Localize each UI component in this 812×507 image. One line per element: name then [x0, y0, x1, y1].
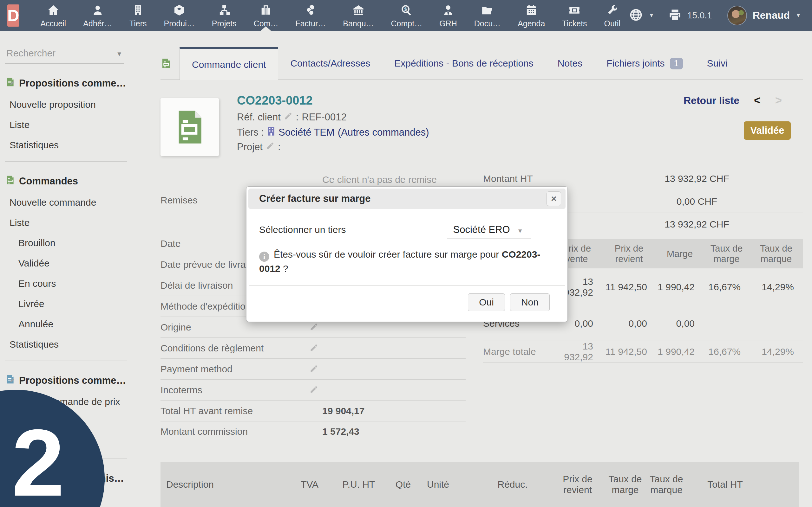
sidebar-item-commandes-statistiques[interactable]: Statistiques — [0, 339, 132, 350]
other-orders-link[interactable]: (Autres commandes) — [338, 127, 429, 138]
svg-text:$: $ — [404, 6, 407, 12]
nav-documents[interactable]: Docu… — [466, 0, 509, 31]
detail-row-montant-commission: Montant commission 1 572,43 — [160, 421, 466, 442]
sidebar-item-validee[interactable]: Validée — [0, 258, 132, 269]
user-name[interactable]: Renaud — [753, 9, 790, 21]
tiers-select[interactable]: Société ERO ▼ — [447, 223, 531, 239]
no-button[interactable]: Non — [510, 293, 550, 311]
sidebar-item-propositions-liste[interactable]: Liste — [0, 119, 132, 130]
sidebar-item-nouvelle-proposition[interactable]: Nouvelle proposition — [0, 99, 132, 110]
status-badge: Validée — [744, 121, 791, 140]
sidebar-divider — [5, 360, 127, 361]
col-unite: Unité — [420, 479, 455, 490]
user-avatar[interactable] — [727, 6, 747, 25]
col-description: Description — [160, 479, 287, 490]
tab-fichiers-joints[interactable]: Fichiers joints1 — [595, 47, 695, 80]
ref-client-value: REF-0012 — [302, 112, 346, 123]
company-icon — [267, 126, 275, 138]
order-tiers-line: Tiers : Société TEM (Autres commandes) — [237, 126, 429, 138]
col-taux-marque: Taux de marque — [646, 474, 687, 495]
edit-pencil-icon[interactable] — [310, 322, 318, 332]
dolibarr-logo[interactable]: D — [7, 4, 19, 26]
sidebar-item-annulee[interactable]: Annulée — [0, 319, 132, 330]
nav-produits[interactable]: Produi… — [155, 0, 203, 31]
product-cube-icon — [173, 3, 186, 17]
col-tva: TVA — [287, 479, 332, 490]
nav-comptabilite[interactable]: $ Compt… — [383, 0, 431, 31]
sidebar-item-en-cours[interactable]: En cours — [0, 278, 132, 289]
section-propositions-clients[interactable]: Propositions comme… — [0, 77, 132, 90]
main-menu: Accueil Adhér… Tiers Produi… Projets Com… — [32, 0, 629, 31]
nav-adherents[interactable]: Adhér… — [74, 0, 121, 31]
order-thumbnail-card — [160, 98, 219, 156]
previous-order-icon[interactable]: < — [754, 94, 761, 107]
nav-accueil[interactable]: Accueil — [32, 0, 75, 31]
edit-pencil-icon[interactable] — [310, 343, 318, 353]
nav-banques[interactable]: Banqu… — [334, 0, 382, 31]
user-menu-caret-icon[interactable]: ▼ — [796, 12, 801, 19]
language-caret-icon[interactable]: ▼ — [649, 12, 654, 19]
sidebar-item-livree[interactable]: Livrée — [0, 298, 132, 309]
tab-commande-client[interactable]: Commande client — [180, 47, 278, 80]
ticket-icon — [568, 3, 581, 17]
edit-pencil-icon[interactable] — [310, 364, 318, 374]
total-ht-avant-remise-value: 19 904,17 — [322, 406, 364, 416]
col-taux-marge: Taux de marge — [605, 474, 646, 495]
search-input[interactable] — [6, 48, 101, 59]
calendar-icon — [525, 3, 538, 17]
sidebar-item-commandes-liste[interactable]: Liste — [0, 217, 132, 228]
home-icon — [47, 3, 60, 17]
sidebar-divider — [5, 161, 127, 162]
nav-facturation[interactable]: Factur… — [287, 0, 334, 31]
montant-commission-value: 1 572,43 — [322, 426, 359, 437]
nav-projets[interactable]: Projets — [203, 0, 245, 31]
detail-row-conditions-reglement: Conditions de règlement — [160, 337, 466, 358]
edit-pencil-icon[interactable] — [284, 112, 293, 123]
print-icon[interactable] — [668, 8, 681, 23]
montant-ht-value: 13 932,92 CHF — [578, 173, 803, 184]
wrench-icon — [606, 3, 618, 17]
annotation-number: 2 — [6, 415, 70, 507]
info-icon: i — [259, 251, 269, 262]
edit-pencil-icon[interactable] — [310, 385, 318, 395]
tab-contacts-adresses[interactable]: Contacts/Adresses — [278, 47, 382, 80]
sidebar-item-brouillon[interactable]: Brouillon — [0, 238, 132, 248]
search-caret-icon[interactable]: ▼ — [116, 50, 122, 58]
edit-pencil-icon[interactable] — [266, 141, 275, 153]
col-qte: Qté — [386, 479, 420, 490]
section-commandes[interactable]: Commandes — [0, 175, 132, 187]
close-icon[interactable]: × — [547, 191, 561, 206]
section-propositions-fournisseurs[interactable]: Propositions comme… — [0, 374, 132, 387]
top-navbar: D Accueil Adhér… Tiers Produi… Projets C… — [0, 0, 812, 31]
attachments-count-badge: 1 — [670, 58, 683, 69]
create-margin-invoice-dialog: Créer facture sur marge × Sélectionner u… — [246, 186, 568, 322]
col-taux-de-marge: Taux de marge — [704, 243, 750, 264]
sidebar-item-nouvelle-commande[interactable]: Nouvelle commande — [0, 197, 132, 208]
folder-icon — [481, 3, 494, 17]
language-globe-icon[interactable] — [629, 8, 643, 23]
company-link[interactable]: Société TEM — [278, 127, 335, 138]
tab-expeditions[interactable]: Expéditions - Bons de réceptions — [382, 47, 546, 80]
suitcase-icon — [259, 3, 272, 17]
nav-agenda[interactable]: Agenda — [509, 0, 554, 31]
nav-tiers[interactable]: Tiers — [121, 0, 155, 31]
sidebar-item-propositions-statistiques[interactable]: Statistiques — [0, 140, 132, 151]
col-prix-de-revient: Prix de revient — [602, 243, 656, 264]
tab-notes[interactable]: Notes — [546, 47, 595, 80]
tab-suivi[interactable]: Suivi — [695, 47, 740, 80]
col-total-ht: Total HT — [687, 479, 763, 490]
col-marge: Marge — [656, 249, 704, 259]
coins-icon — [304, 3, 317, 17]
order-ref-client-line: Réf. client : REF-0012 — [237, 112, 347, 123]
nav-commerce[interactable]: Com… — [245, 0, 287, 31]
search-dollar-icon: $ — [400, 3, 413, 17]
nav-outils[interactable]: Outil — [596, 0, 629, 31]
yes-button[interactable]: Oui — [468, 293, 505, 311]
nav-tickets[interactable]: Tickets — [554, 0, 595, 31]
nav-grh[interactable]: GRH — [431, 0, 466, 31]
back-to-list-link[interactable]: Retour liste — [683, 95, 740, 107]
dropdown-caret-icon: ▼ — [517, 228, 523, 234]
dialog-body: Sélectionner un tiers Société ERO ▼ iÊte… — [247, 211, 567, 276]
col-pu-ht: P.U. HT — [332, 479, 386, 490]
dialog-title: Créer facture sur marge — [259, 193, 547, 205]
